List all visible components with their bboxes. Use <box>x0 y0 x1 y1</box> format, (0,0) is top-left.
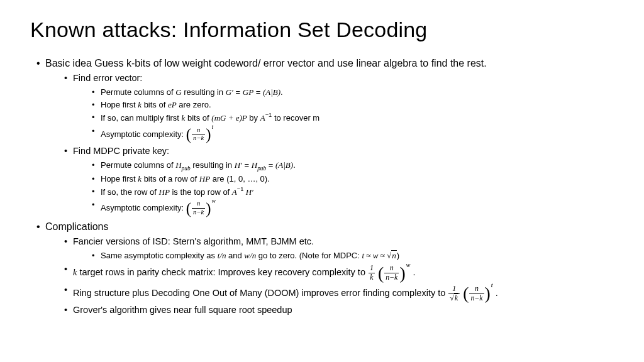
bullet-grover: Grover's algorithm gives near full squar… <box>73 304 614 317</box>
bullet-row-hp: If so, the row of HP is the top row of A… <box>101 185 614 199</box>
bullet-multiply: If so, can multiply first k bits of (mG … <box>101 111 614 124</box>
bullet-k-target-rows: k target rows in parity check matrix: Im… <box>73 263 614 283</box>
bullet-find-mdpc: Find MDPC private key: <box>73 145 614 158</box>
bullet-doom: Ring structure plus Decoding One Out of … <box>73 283 614 304</box>
bullet-complexity-w: Asymptotic complexity: (nn−k)w <box>101 199 614 217</box>
bullet-complexity-t: Asymptotic complexity: (nn−k)t <box>101 125 614 144</box>
bullet-same-complexity: Same asymptotic complexity as t/n and w/… <box>101 250 614 262</box>
bullet-fancier-isd: Fancier versions of ISD: Stern's algorit… <box>73 235 614 249</box>
bullet-hope-hp: Hope first k bits of a row of HP are (1,… <box>101 173 614 185</box>
bullet-list-root: Basic idea Guess k-bits of low weight co… <box>45 56 614 317</box>
bullet-find-error-vector: Find error vector: <box>73 72 614 85</box>
bullet-hope-ep: Hope first k bits of eP are zero. <box>101 99 614 111</box>
slide-title: Known attacks: Information Set Decoding <box>30 18 614 42</box>
bullet-complications: Complications <box>45 219 614 234</box>
bullet-basic-idea: Basic idea Guess k-bits of low weight co… <box>45 56 614 70</box>
bullet-permute-h: Permute columns of Hpub resulting in H′ … <box>101 159 614 173</box>
bullet-permute-g: Permute columns of G resulting in G′ = G… <box>101 86 614 99</box>
